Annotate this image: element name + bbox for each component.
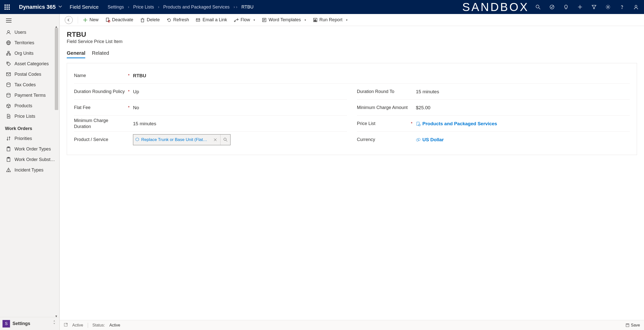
cmd-label: Deactivate bbox=[112, 17, 133, 22]
breadcrumb-item[interactable]: Products and Packaged Services bbox=[163, 4, 230, 10]
field-min-charge-duration[interactable]: 15 minutes bbox=[130, 121, 347, 126]
sidebar-item-wosubstatus[interactable]: Work Order Subst… bbox=[0, 154, 59, 165]
cmd-label: Run Report bbox=[320, 17, 342, 22]
waffle-icon bbox=[4, 4, 10, 10]
sidebar-item-paymentterms[interactable]: Payment Terms bbox=[0, 90, 59, 100]
area-switcher[interactable]: S Settings ˄˅ bbox=[0, 317, 59, 330]
gear-icon[interactable] bbox=[602, 1, 614, 13]
sidebar-item-products[interactable]: Products bbox=[0, 100, 59, 111]
mail-icon bbox=[5, 72, 12, 76]
popout-icon[interactable] bbox=[64, 323, 68, 328]
svg-rect-59 bbox=[417, 122, 419, 126]
app-launcher[interactable] bbox=[2, 2, 12, 12]
label-price-list: Price List bbox=[357, 121, 410, 126]
brand-chevron-icon[interactable] bbox=[58, 4, 62, 10]
label-product-service: Product / Service bbox=[74, 137, 126, 142]
tab-general[interactable]: General bbox=[67, 49, 85, 58]
search-icon[interactable] bbox=[220, 134, 230, 145]
main-pane: New Deactivate Delete Refresh Email a Li… bbox=[60, 14, 644, 330]
brand-label[interactable]: Dynamics 365 bbox=[19, 4, 56, 10]
hamburger-button[interactable] bbox=[0, 14, 59, 27]
sidebar-item-incidenttypes[interactable]: Incident Types bbox=[0, 165, 59, 175]
sidebar-item-priorities[interactable]: Priorities bbox=[0, 133, 59, 144]
sidebar-item-label: Payment Terms bbox=[14, 93, 46, 98]
field-name[interactable]: RTBU bbox=[130, 73, 630, 78]
svg-rect-52 bbox=[314, 20, 315, 21]
sidebar-scrollbar[interactable] bbox=[55, 28, 58, 110]
save-button[interactable]: Save bbox=[626, 323, 640, 328]
sidebar-item-label: Work Order Subst… bbox=[14, 157, 55, 162]
refresh-button[interactable]: Refresh bbox=[164, 16, 192, 24]
flow-button[interactable]: Flow▾ bbox=[231, 16, 258, 24]
sidebar-item-territories[interactable]: Territories bbox=[0, 38, 59, 48]
sidebar-item-users[interactable]: Users bbox=[0, 27, 59, 38]
breadcrumb-item[interactable]: Settings bbox=[108, 4, 124, 10]
sidebar-group-workorders: Work Orders bbox=[0, 122, 59, 133]
field-currency[interactable]: US Dollar bbox=[414, 137, 630, 142]
help-icon[interactable] bbox=[616, 1, 628, 13]
scroll-down-icon[interactable]: ▼ bbox=[55, 314, 58, 318]
user-icon[interactable] bbox=[630, 1, 642, 13]
lightbulb-icon[interactable] bbox=[560, 1, 572, 13]
chevron-down-icon: ▾ bbox=[254, 18, 255, 22]
svg-rect-14 bbox=[8, 51, 9, 52]
sidebar-item-postalcodes[interactable]: Postal Codes bbox=[0, 69, 59, 80]
add-icon[interactable] bbox=[574, 1, 586, 13]
svg-rect-66 bbox=[627, 324, 628, 325]
svg-rect-65 bbox=[626, 324, 629, 327]
deactivate-button[interactable]: Deactivate bbox=[102, 16, 136, 24]
field-duration-policy[interactable]: Up bbox=[130, 89, 347, 94]
run-report-button[interactable]: Run Report▾ bbox=[310, 16, 350, 24]
svg-line-41 bbox=[108, 20, 110, 22]
svg-point-61 bbox=[416, 139, 419, 141]
chevron-right-icon: › bbox=[128, 5, 129, 9]
sidebar-item-orgunits[interactable]: Org Units bbox=[0, 48, 59, 58]
label-min-charge-amount: Minimum Charge Amount bbox=[357, 105, 410, 110]
sidebar-item-label: Work Order Types bbox=[14, 146, 51, 152]
required-icon: * bbox=[128, 106, 130, 110]
breadcrumb-item[interactable]: Price Lists bbox=[133, 4, 154, 10]
delete-button[interactable]: Delete bbox=[137, 16, 163, 24]
back-button[interactable] bbox=[65, 16, 73, 24]
cmd-label: New bbox=[90, 17, 98, 22]
field-price-list[interactable]: Products and Packaged Services bbox=[414, 121, 630, 126]
sidebar-item-label: Incident Types bbox=[14, 168, 44, 173]
svg-rect-16 bbox=[9, 54, 10, 55]
record-title: RTBU bbox=[67, 30, 637, 38]
filter-icon[interactable] bbox=[588, 1, 600, 13]
word-templates-button[interactable]: Word Templates▾ bbox=[259, 16, 309, 24]
clear-icon[interactable] bbox=[210, 134, 220, 145]
top-navbar: Dynamics 365 Field Service Settings › Pr… bbox=[0, 0, 644, 14]
clipboard-icon bbox=[5, 147, 12, 151]
svg-point-36 bbox=[8, 171, 9, 172]
lookup-product-service[interactable]: Replace Trunk or Base Unit (Flat H… bbox=[133, 134, 230, 145]
field-duration-round-to[interactable]: 15 minutes bbox=[414, 89, 630, 94]
sort-icon bbox=[5, 136, 12, 141]
tab-related[interactable]: Related bbox=[92, 49, 109, 58]
email-link-button[interactable]: Email a Link bbox=[193, 16, 230, 24]
svg-rect-15 bbox=[6, 54, 8, 55]
svg-point-10 bbox=[8, 30, 10, 32]
svg-point-23 bbox=[7, 83, 10, 84]
cmd-label: Flow bbox=[240, 17, 250, 22]
app-name[interactable]: Field Service bbox=[70, 4, 99, 10]
sidebar-item-taxcodes[interactable]: Tax Codes bbox=[0, 80, 59, 90]
svg-point-62 bbox=[418, 138, 420, 141]
sidebar-item-assetcategories[interactable]: Asset Categories bbox=[0, 58, 59, 69]
search-icon[interactable] bbox=[532, 1, 544, 13]
field-flat-fee[interactable]: No bbox=[130, 105, 347, 110]
sidebar-item-pricelists[interactable]: Price Lists bbox=[0, 111, 59, 122]
field-min-charge-amount[interactable]: $25.00 bbox=[414, 105, 630, 110]
task-icon[interactable] bbox=[546, 1, 558, 13]
sidebar-item-label: Users bbox=[14, 30, 26, 35]
new-button[interactable]: New bbox=[80, 16, 102, 24]
sandbox-watermark: SANDBOX bbox=[462, 0, 529, 14]
form-content: RTBU Field Service Price List Item Gener… bbox=[60, 26, 644, 320]
sidebar-item-label: Territories bbox=[14, 40, 34, 46]
sidebar-item-label: Price Lists bbox=[14, 114, 35, 119]
box-icon bbox=[133, 137, 139, 142]
svg-point-8 bbox=[622, 8, 622, 9]
database-icon bbox=[5, 93, 12, 98]
sidebar-item-wotypes[interactable]: Work Order Types bbox=[0, 144, 59, 154]
link-text: Products and Packaged Services bbox=[422, 121, 497, 126]
